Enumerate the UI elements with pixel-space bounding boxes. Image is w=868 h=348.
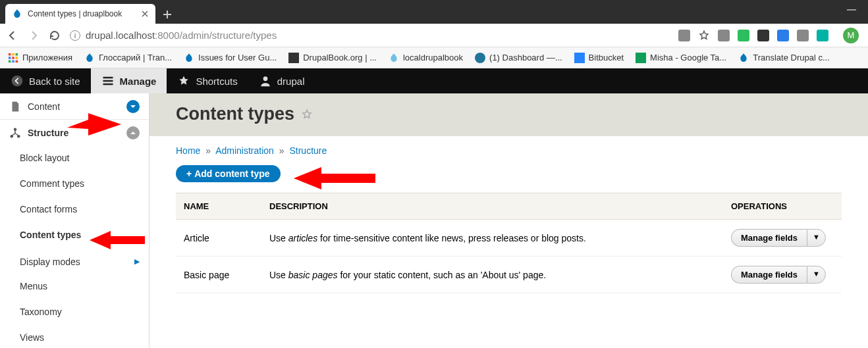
sidebar-item-views[interactable]: Views [0, 326, 149, 348]
close-icon[interactable] [141, 10, 149, 18]
breadcrumb-structure[interactable]: Structure [289, 145, 327, 156]
back-to-site-button[interactable]: Back to site [0, 68, 91, 93]
sidebar-item-content[interactable]: Content [0, 93, 149, 120]
svg-point-11 [14, 128, 17, 132]
sheets-icon [636, 53, 646, 63]
apps-shortcut[interactable]: Приложения [8, 53, 72, 63]
svg-rect-7 [12, 60, 14, 62]
star-icon [177, 74, 190, 87]
breadcrumb: Home » Administration » Structure [176, 145, 842, 156]
apps-icon [8, 53, 18, 63]
bookmark-item[interactable]: Issues for User Gu... [184, 53, 277, 63]
main-content: Content types Home » Administration » St… [149, 93, 868, 348]
bookmarks-bar: Приложения Глоссарий | Tran... Issues fo… [0, 47, 868, 68]
operations-dropdown[interactable]: Manage fields▼ [731, 266, 826, 284]
extension-icon-5[interactable] [817, 30, 828, 41]
back-button[interactable] [7, 30, 18, 41]
table-row: Article Use articles for time-sensitive … [176, 220, 842, 257]
sidebar-item-content-types[interactable]: Content types [0, 223, 149, 249]
svg-rect-8 [16, 60, 18, 62]
svg-point-10 [263, 76, 267, 81]
page-header: Content types [149, 93, 868, 136]
extension-icon-4[interactable] [797, 30, 809, 41]
dropdown-toggle[interactable]: ▼ [807, 229, 826, 247]
content-types-table: NAME DESCRIPTION OPERATIONS Article Use … [176, 193, 842, 293]
svg-rect-6 [9, 60, 11, 62]
drupal-icon [84, 53, 95, 63]
back-arrow-circle-icon [11, 74, 24, 87]
svg-rect-3 [9, 57, 11, 59]
svg-rect-5 [16, 57, 18, 59]
sidebar-item-structure[interactable]: Structure [0, 120, 149, 146]
plus-icon [163, 10, 172, 19]
svg-rect-1 [12, 53, 14, 55]
tab-title: Content types | druaplbook [28, 9, 136, 18]
profile-avatar[interactable]: M [843, 28, 859, 43]
caret-right-icon: ▶ [134, 257, 140, 266]
col-name: NAME [176, 193, 261, 220]
extension-icon-2[interactable] [757, 30, 769, 41]
extension-icon-3[interactable] [777, 30, 789, 41]
window-minimize-icon[interactable] [847, 9, 856, 11]
expand-icon[interactable] [126, 100, 140, 113]
manage-fields-button[interactable]: Manage fields [731, 229, 807, 247]
row-name: Article [176, 220, 261, 257]
bookmark-item[interactable]: Bitbucket [574, 53, 624, 63]
url-port: :8000 [155, 30, 180, 41]
admin-toolbar: Back to site Manage Shortcuts drupal [0, 68, 868, 93]
col-description: DESCRIPTION [261, 193, 723, 220]
extension-icons: M [678, 28, 861, 43]
reload-button[interactable] [49, 30, 61, 41]
wp-icon [475, 53, 485, 63]
url-path: /admin/structure/types [180, 30, 277, 41]
breadcrumb-admin[interactable]: Administration [215, 145, 274, 156]
bookmark-item[interactable]: (1) Dashboard —... [475, 53, 562, 63]
drupal-icon [738, 53, 749, 63]
dropdown-toggle[interactable]: ▼ [807, 266, 826, 284]
sidebar-item-menus[interactable]: Menus [0, 274, 149, 300]
bookmark-item[interactable]: Глоссарий | Tran... [84, 53, 172, 63]
page-title: Content types [176, 104, 842, 124]
user-menu[interactable]: drupal [248, 68, 315, 93]
bookmark-item[interactable]: localdrupalbook [389, 53, 463, 63]
sidebar-item-block-layout[interactable]: Block layout [0, 146, 149, 172]
svg-rect-0 [9, 53, 11, 55]
sidebar-item-contact-forms[interactable]: Contact forms [0, 197, 149, 223]
manage-fields-button[interactable]: Manage fields [731, 266, 807, 284]
sidebar-item-comment-types[interactable]: Comment types [0, 172, 149, 197]
evernote-icon[interactable] [738, 30, 749, 41]
add-content-type-button[interactable]: +Add content type [176, 165, 281, 182]
hierarchy-icon [9, 127, 21, 139]
site-icon [288, 53, 299, 63]
row-description: Use basic pages for your static content,… [261, 257, 723, 293]
site-info-icon[interactable]: i [70, 30, 80, 41]
extension-icon-1[interactable] [718, 30, 730, 41]
bookmark-item[interactable]: Translate Drupal c... [738, 53, 830, 63]
url-field[interactable]: i drupal.localhost:8000/admin/structure/… [70, 30, 669, 41]
col-operations: OPERATIONS [723, 193, 842, 220]
bookmark-item[interactable]: DrupalBook.org | ... [288, 53, 377, 63]
shortcuts-button[interactable]: Shortcuts [167, 68, 248, 93]
user-icon [259, 74, 272, 87]
forward-button[interactable] [28, 30, 40, 41]
row-name: Basic page [176, 257, 261, 293]
manage-button[interactable]: Manage [91, 68, 167, 93]
bookmark-star-icon[interactable] [698, 30, 710, 41]
browser-tab[interactable]: Content types | druaplbook [5, 4, 155, 24]
favorite-star-icon[interactable] [301, 109, 313, 120]
table-row: Basic page Use basic pages for your stat… [176, 257, 842, 293]
url-host: drupal.localhost [86, 30, 155, 41]
breadcrumb-home[interactable]: Home [176, 145, 200, 156]
drupal-icon [389, 53, 399, 63]
new-tab-button[interactable] [158, 5, 176, 24]
bookmark-item[interactable]: Misha - Google Ta... [636, 53, 726, 63]
address-bar: i drupal.localhost:8000/admin/structure/… [0, 24, 868, 47]
sidebar-item-taxonomy[interactable]: Taxonomy [0, 300, 149, 326]
drupal-favicon-icon [12, 9, 22, 19]
translate-icon[interactable] [678, 30, 690, 41]
collapse-icon[interactable] [126, 126, 140, 139]
svg-rect-4 [12, 57, 14, 59]
operations-dropdown[interactable]: Manage fields▼ [731, 229, 826, 247]
plus-icon: + [186, 168, 192, 179]
sidebar-item-display-modes[interactable]: Display modes▶ [0, 249, 149, 274]
